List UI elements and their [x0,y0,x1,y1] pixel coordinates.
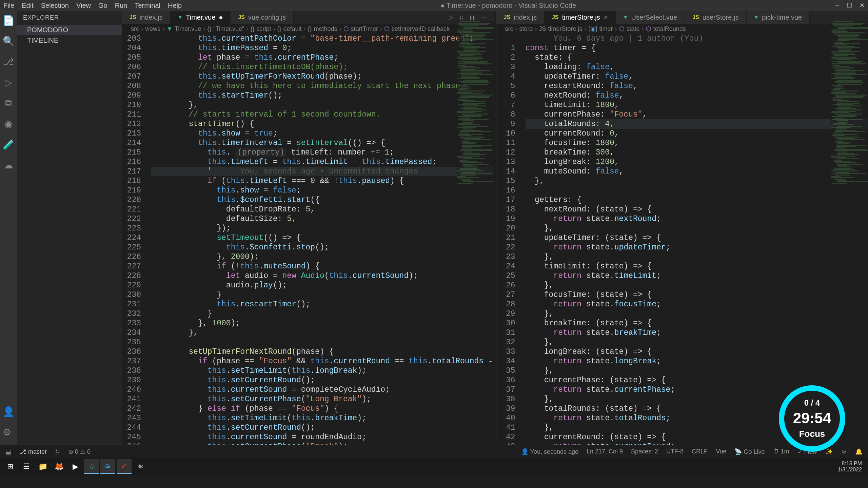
sidebar-item-timeline[interactable]: TIMELINE [17,35,122,46]
breadcrumb-left[interactable]: src› views› ▼Timer.vue› {}"Timer.vue"› {… [122,24,494,34]
vue-icon: ▼ [178,15,182,20]
tab-userselect-vue[interactable]: ▼UserSelect.vue [616,11,685,24]
extensions-icon[interactable]: ⧉ [5,98,12,109]
minimap-left[interactable] [457,21,494,224]
editor-right: JSindex.js JStimerStore.js✕ ▼UserSelect.… [496,11,868,445]
taskbar-explorer[interactable]: 📁 [35,459,50,474]
tab-label: pick-time.vue [762,14,802,21]
tab-label: timerStore.js [562,14,600,21]
minimap-right[interactable] [831,21,868,157]
taskbar-terminal[interactable]: ▶ [68,459,83,474]
explorer-icon[interactable]: 📄 [3,15,15,26]
js-icon: JS [552,14,559,20]
sidebar: EXPLORER POMODORO TIMELINE [17,11,122,445]
more-icon[interactable]: ⋯ [482,14,488,21]
eol[interactable]: CRLF [692,448,708,455]
menu-view[interactable]: View [76,2,91,9]
pomodoro-phase: Focus [799,429,825,439]
sidebar-header: EXPLORER [17,11,122,25]
go-live[interactable]: 📡 Go Live [734,448,765,455]
windows-taskbar: ⊞ ☰ 📁 🦊 ▶ ♫ ≋ ✓ ⚛ 8:15 PM 1/31/2022 [0,458,868,475]
gear-icon[interactable]: ⚙ [3,427,15,438]
split-icon[interactable]: ⫿⫿ [470,14,476,21]
tabs-right: JSindex.js JStimerStore.js✕ ▼UserSelect.… [496,11,868,24]
tab-timer-vue[interactable]: ▼Timer.vue● [170,11,231,24]
code-left[interactable]: 2032042052062072082092102112122132142152… [122,34,494,445]
git-icon[interactable]: ⎌ [460,14,463,21]
menu-edit[interactable]: Edit [22,2,33,9]
test-icon[interactable]: 🧪 [3,139,15,150]
pomodoro-count: 0 / 4 [804,398,820,408]
sync-icon[interactable]: ↻ [55,448,60,455]
pomodoro-time: 29:54 [793,410,831,427]
task-view[interactable]: ☰ [19,459,34,474]
menu-terminal[interactable]: Terminal [135,2,160,9]
menu-go[interactable]: Go [98,2,107,9]
taskbar-clock[interactable]: 8:15 PM 1/31/2022 [838,461,865,473]
js-icon: JS [692,14,699,20]
remote-icon[interactable]: ◉ [4,118,13,129]
maximize-icon[interactable]: ☐ [847,2,852,9]
modified-dot-icon: ● [219,14,223,21]
tab-userstore-js[interactable]: JSuserStore.js [685,11,746,24]
pomodoro-timer[interactable]: 0 / 4 29:54 Focus [776,383,848,454]
tab-vueconfig-js[interactable]: JSvue.config.js [231,11,294,24]
close-icon[interactable]: ✕ [860,2,865,9]
taskbar-app[interactable]: ⚛ [133,459,148,474]
taskbar-firefox[interactable]: 🦊 [52,459,66,474]
activity-bar: 📄 🔍 ⎇ ▷ ⧉ ◉ 🧪 ☁ 👤 ⚙ [0,11,17,445]
run-debug-icon[interactable]: ▷ [5,77,12,88]
run-icon[interactable]: ▷ [449,14,454,21]
menu-run[interactable]: Run [115,2,127,9]
blame-status[interactable]: 👤 You, seconds ago [521,448,578,455]
account-icon[interactable]: 👤 [3,406,15,417]
git-branch[interactable]: ⎇ master [19,448,47,455]
cursor-position[interactable]: Ln 217, Col 9 [587,448,623,455]
titlebar: File Edit Selection View Go Run Terminal… [0,0,868,11]
js-icon: JS [130,14,136,20]
source-control-icon[interactable]: ⎇ [3,56,14,67]
editor-left: JSindex.js ▼Timer.vue● JSvue.config.js ▷… [122,11,494,445]
tab-label: Timer.vue [186,14,215,21]
cloud-icon[interactable]: ☁ [4,160,13,171]
start-button[interactable]: ⊞ [3,459,18,474]
tab-label: userStore.js [703,14,739,21]
vue-icon: ▼ [623,15,628,20]
sidebar-item-pomodoro[interactable]: POMODORO [17,25,122,35]
menu-file[interactable]: File [3,2,14,9]
tab-label: index.js [140,14,163,21]
bell-icon[interactable]: 🔔 [855,448,863,455]
tab-label: UserSelect.vue [631,14,677,21]
status-bar: ⬓ ⎇ master ↻ ⊘ 0 ⚠ 0 👤 You, seconds ago … [0,445,868,458]
menu-bar: File Edit Selection View Go Run Terminal… [3,2,182,9]
encoding[interactable]: UTF-8 [666,448,684,455]
js-icon: JS [504,14,511,20]
indent[interactable]: Spaces: 2 [631,448,658,455]
tab-index-js-r[interactable]: JSindex.js [496,11,545,24]
tab-index-js[interactable]: JSindex.js [122,11,170,24]
taskbar-todoist[interactable]: ✓ [117,459,132,474]
js-icon: JS [238,14,245,20]
menu-help[interactable]: Help [168,2,182,9]
tab-timerstore-js[interactable]: JStimerStore.js✕ [545,11,616,24]
search-icon[interactable]: 🔍 [3,36,15,47]
taskbar-spotify[interactable]: ♫ [84,459,99,474]
problems[interactable]: ⊘ 0 ⚠ 0 [68,448,91,455]
tab-picktime-vue[interactable]: ▼pick-time.vue [747,11,810,24]
tab-label: index.js [514,14,537,21]
breadcrumb-right[interactable]: src› store› JStimerStore.js› [◉]timer› ⬡… [496,24,868,34]
remote-indicator[interactable]: ⬓ [5,448,11,455]
tab-label: vue.config.js [248,14,286,21]
menu-selection[interactable]: Selection [41,2,69,9]
window-title: ● Timer.vue - pomodoro - Visual Studio C… [182,2,835,9]
language-mode[interactable]: Vue [716,448,726,455]
tabs-left: JSindex.js ▼Timer.vue● JSvue.config.js ▷… [122,11,494,24]
taskbar-vscode[interactable]: ≋ [100,459,115,474]
vue-icon: ▼ [754,15,759,20]
close-icon[interactable]: ✕ [604,14,608,21]
minimize-icon[interactable]: ─ [835,2,839,9]
